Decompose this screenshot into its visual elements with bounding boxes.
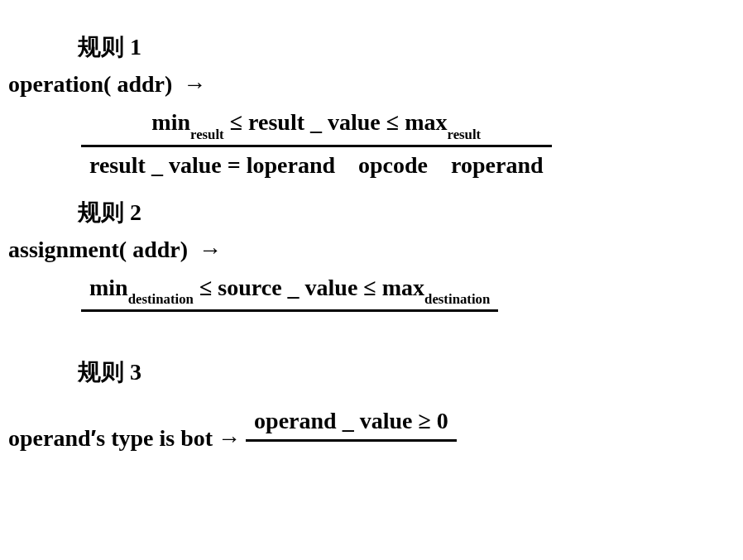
rule2-premise: assignment( addr) → <box>8 237 735 263</box>
rule2-func: assignment <box>8 237 119 262</box>
rule2-paren-open: ( <box>119 237 132 262</box>
rule3-arrow: → <box>218 425 241 452</box>
rule2-leq2: ≤ <box>363 275 376 300</box>
rule1-lhs: result _ value <box>89 152 222 178</box>
rule1-func: operation <box>8 71 103 97</box>
rule1-numerator: minresult ≤ result _ value ≤ maxresult <box>81 106 552 147</box>
rule1-arg: addr <box>117 71 165 97</box>
rule1-min-sub: result <box>190 127 224 142</box>
rule1-header: 规则 1 <box>78 31 735 63</box>
rule1-max-word: max <box>405 109 447 135</box>
rule3-numerator: operand _ value ≥ 0 <box>246 404 457 442</box>
rule3-fraction: operand _ value ≥ 0 <box>246 404 457 471</box>
rule2-numerator: mindestination ≤ source _ value ≤ maxdes… <box>81 271 498 313</box>
rule1-premise: operation( addr) → <box>8 71 735 98</box>
rule3-header-num: 3 <box>130 359 141 385</box>
rule1-leq2: ≤ <box>386 109 399 135</box>
rule2-mid: source _ value <box>218 275 357 300</box>
rule1-arrow: → <box>183 71 206 98</box>
rule2-fraction: mindestination ≤ source _ value ≤ maxdes… <box>81 271 735 342</box>
rule3-rest: s type is bot <box>96 425 213 452</box>
rule3-body: operand′s type is bot → operand _ value … <box>8 404 735 471</box>
rule1-paren-open: ( <box>103 71 117 97</box>
rule2-header-cjk: 规则 <box>78 199 124 225</box>
rule2-min-word: min <box>89 275 128 300</box>
rule1-opcode: opcode <box>358 152 428 178</box>
rule2-max-sub: destination <box>424 291 490 307</box>
rule2-min-sub: destination <box>128 291 194 307</box>
rule3-geq: ≥ <box>418 408 430 433</box>
rule3-denominator <box>246 442 457 471</box>
rule1-fraction: minresult ≤ result _ value ≤ maxresult r… <box>81 106 735 182</box>
rule2-denominator <box>81 312 498 342</box>
rule3-operand: operand <box>8 425 91 452</box>
rule2-leq1: ≤ <box>199 275 212 300</box>
rule2-header: 规则 2 <box>78 197 735 228</box>
rule3-header-cjk: 规则 <box>78 359 124 385</box>
rule2-paren-close: ) <box>180 237 188 262</box>
rule1-min-word: min <box>151 109 190 135</box>
rule2-arg: addr <box>132 237 180 262</box>
rule1-eq: = <box>228 152 241 178</box>
rule3-prime: ′ <box>91 425 97 452</box>
rule1-max-sub: result <box>448 127 482 142</box>
rule1-paren-close: ) <box>165 71 172 97</box>
rule1-leq1: ≤ <box>230 109 242 135</box>
rule2-arrow: → <box>199 237 222 263</box>
rule1-header-num: 1 <box>130 34 141 60</box>
rule1-mid: result _ value <box>248 109 381 135</box>
rule3-left: operand _ value <box>254 408 412 433</box>
rule1-header-cjk: 规则 <box>78 34 124 60</box>
rule2-header-num: 2 <box>130 199 141 225</box>
rule3-right: 0 <box>437 408 448 433</box>
rule1-roperand: roperand <box>451 152 544 178</box>
rule3-header: 规则 3 <box>78 357 735 388</box>
rule1-loperand: loperand <box>247 152 335 178</box>
rule2-max-word: max <box>382 275 424 300</box>
rule1-denominator: result _ value = loperandopcoderoperand <box>81 147 552 182</box>
